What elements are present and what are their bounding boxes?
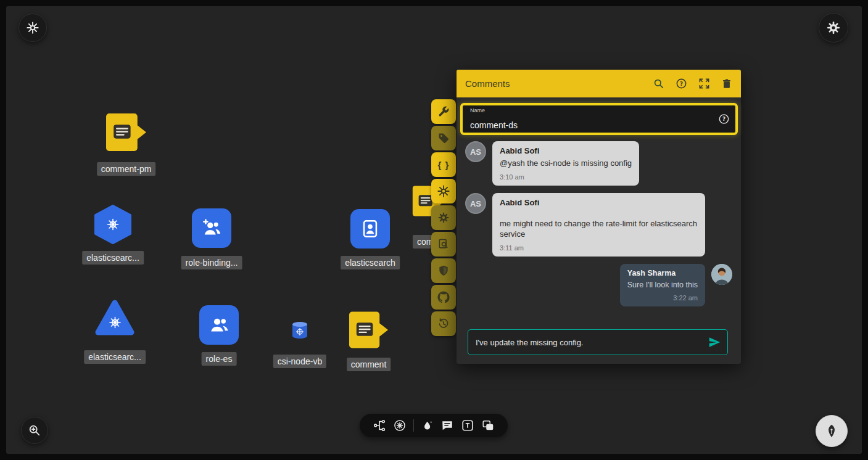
name-field-label: Name (470, 107, 485, 113)
node-settings-button[interactable] (431, 205, 456, 230)
message-time: 3:22 am (627, 294, 698, 302)
gear-icon (826, 20, 841, 35)
comment-shape-icon (349, 311, 389, 349)
message: AS Aabid Sofi @yash the csi-node is miss… (465, 141, 732, 186)
node-comment-pm[interactable]: comment-pm (105, 113, 147, 154)
kubernetes-triangle-icon (94, 299, 135, 337)
node-elasticsearch-hexagon[interactable]: elasticsearc... (94, 205, 132, 247)
comments-panel-header[interactable]: Comments ? (457, 70, 741, 97)
send-button[interactable] (708, 335, 721, 349)
comment-input[interactable] (476, 338, 708, 347)
node-role-es[interactable]: role-es (199, 305, 239, 345)
user-photo-icon (711, 264, 732, 285)
pen-nib-icon (824, 423, 840, 439)
pen-tool-button[interactable] (816, 415, 848, 447)
comment-composer (468, 329, 728, 355)
node-label: elasticsearc... (82, 251, 144, 265)
node-label: role-binding... (181, 256, 242, 269)
node-label: elasticsearc... (84, 350, 146, 364)
tag-button[interactable] (431, 126, 456, 150)
media-icon (481, 419, 495, 432)
expand-button[interactable] (698, 78, 710, 89)
ink-drop-icon (421, 419, 434, 432)
wrench-button[interactable] (431, 99, 456, 124)
role-binding-icon (192, 208, 231, 248)
message-bubble: Aabid Sofi me might need to change the r… (492, 193, 705, 257)
storage-cylinder-icon (291, 321, 308, 340)
kubernetes-hexagon-icon (94, 205, 132, 244)
settings-button[interactable] (819, 13, 848, 43)
message-text: @yash the csi-node is missing config (500, 158, 632, 168)
kubernetes-icon (393, 419, 407, 432)
scan-document-icon (437, 238, 450, 250)
node-label: role-es (202, 352, 237, 366)
svg-text:?: ? (680, 81, 683, 87)
role-icon (199, 305, 239, 345)
history-icon (437, 318, 450, 330)
name-field: Name ? (460, 103, 738, 135)
kubernetes-button[interactable] (431, 179, 456, 203)
github-button[interactable] (431, 285, 456, 310)
message: AS Aabid Sofi me might need to change th… (465, 193, 732, 257)
help-icon: ? (676, 78, 687, 89)
text-tool-icon (461, 419, 474, 432)
github-icon (437, 291, 450, 303)
comment-icon (440, 419, 454, 432)
search-icon (653, 78, 664, 89)
zoom-in-icon (28, 424, 41, 437)
text-tool-button[interactable] (461, 419, 474, 432)
service-account-icon (350, 209, 390, 248)
message-text: Sure I'll look into this (627, 280, 698, 290)
message-text: me might need to change the rate-limit f… (500, 218, 698, 239)
message-bubble: Yash Sharma Sure I'll look into this 3:2… (620, 264, 705, 306)
connect-nodes-button[interactable] (373, 419, 386, 432)
delete-button[interactable] (721, 78, 732, 89)
comment-shape-icon (105, 113, 147, 152)
node-action-toolbar: { } (431, 99, 456, 336)
avatar: AS (465, 141, 486, 162)
shield-button[interactable] (431, 258, 456, 283)
tag-icon (437, 132, 450, 144)
name-input[interactable] (470, 120, 692, 130)
node-label: elasticsearch (341, 256, 400, 269)
shapes-dock (360, 414, 508, 437)
node-role-binding[interactable]: role-binding... (192, 208, 231, 248)
meshery-logo-icon (26, 21, 39, 35)
message: Yash Sharma Sure I'll look into this 3:2… (465, 264, 732, 306)
node-comment[interactable]: comment (349, 311, 389, 351)
expand-icon (698, 78, 710, 89)
media-tool-button[interactable] (481, 419, 495, 432)
comment-tool-button[interactable] (440, 419, 454, 432)
node-elasticsearch-triangle[interactable]: elasticsearc... (94, 299, 135, 340)
help-button[interactable]: ? (676, 78, 687, 89)
message-author: Yash Sharma (627, 269, 698, 277)
dock-divider (413, 419, 414, 432)
node-elasticsearch-serviceaccount[interactable]: elasticsearch (350, 209, 390, 248)
message-author: Aabid Sofi (500, 146, 632, 155)
avatar: AS (465, 193, 486, 214)
meshery-logo-button[interactable] (19, 14, 47, 42)
avatar-photo (711, 264, 732, 285)
message-author: Aabid Sofi (500, 198, 698, 207)
comments-panel: Comments ? (457, 70, 741, 364)
search-button[interactable] (653, 78, 664, 89)
panel-header-icons: ? (653, 78, 732, 89)
message-bubble: Aabid Sofi @yash the csi-node is missing… (492, 141, 639, 186)
zoom-button[interactable] (21, 417, 48, 444)
kubernetes-wheel-icon (437, 184, 450, 198)
wrench-icon (437, 105, 450, 118)
send-icon (708, 335, 721, 349)
node-label: csi-node-vb (273, 355, 326, 368)
name-help-button[interactable]: ? (718, 113, 730, 125)
history-button[interactable] (431, 311, 456, 336)
node-csi-node-vb[interactable]: csi-node-vb (291, 321, 308, 342)
message-time: 3:11 am (500, 244, 698, 252)
message-time: 3:10 am (500, 173, 632, 181)
ink-drop-button[interactable] (421, 419, 434, 432)
kubernetes-dock-button[interactable] (393, 419, 407, 432)
trash-icon (721, 78, 732, 89)
scan-document-button[interactable] (431, 232, 456, 257)
braces-button[interactable]: { } (431, 152, 456, 177)
svg-text:?: ? (722, 116, 725, 122)
shield-icon (437, 265, 450, 277)
